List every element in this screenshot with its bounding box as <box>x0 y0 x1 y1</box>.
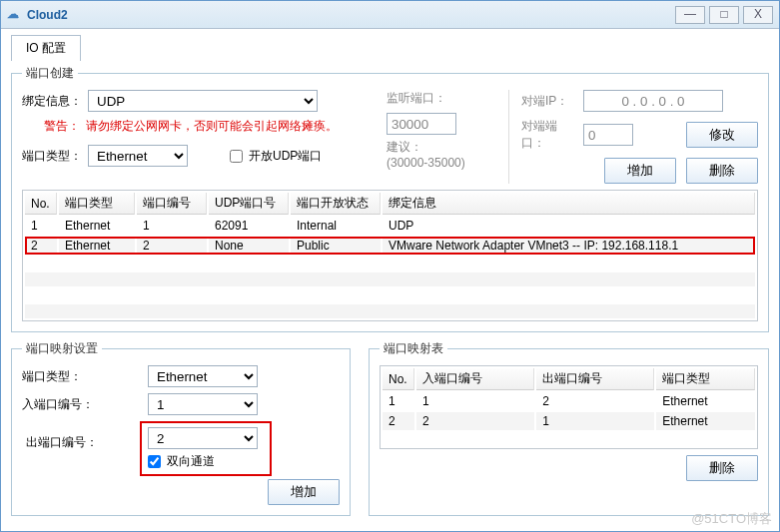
tab-io-config[interactable]: IO 配置 <box>11 35 81 61</box>
table-row[interactable]: 2 Ethernet 2 None Public VMware Network … <box>25 237 755 255</box>
map-set-legend: 端口映射设置 <box>22 340 102 357</box>
mcol-no: No. <box>383 368 414 390</box>
map-in-label: 入端口编号： <box>22 396 142 413</box>
col-bind: 绑定信息 <box>383 193 755 215</box>
map-out-label: 出端口编号： <box>26 434 136 451</box>
app-icon: ☁ <box>7 7 23 23</box>
map-type-select[interactable]: Ethernet <box>148 365 258 387</box>
port-table[interactable]: No. 端口类型 端口编号 UDP端口号 端口开放状态 绑定信息 1 Ether… <box>22 190 758 321</box>
add-port-button[interactable]: 增加 <box>604 158 676 184</box>
suggest-range: (30000-35000) <box>387 156 465 170</box>
map-table[interactable]: No. 入端口编号 出端口编号 端口类型 1 1 2 Ethernet <box>380 365 758 449</box>
map-table-legend: 端口映射表 <box>380 340 447 357</box>
minimize-button[interactable]: — <box>675 6 705 24</box>
suggest-label: 建议： <box>387 140 422 154</box>
map-in-select[interactable]: 1 <box>148 393 258 415</box>
table-row[interactable]: 1 1 2 Ethernet <box>383 392 755 410</box>
watermark: @51CTO博客 <box>691 510 772 528</box>
map-delete-button[interactable]: 删除 <box>686 455 758 481</box>
peer-port-input[interactable] <box>583 124 633 146</box>
peer-port-label: 对端端口： <box>521 118 577 152</box>
close-button[interactable]: X <box>743 6 773 24</box>
port-map-table-group: 端口映射表 No. 入端口编号 出端口编号 端口类型 1 1 2 Etherne… <box>369 340 769 516</box>
warn-text: 请勿绑定公网网卡，否则可能会引起网络瘫痪。 <box>86 118 338 135</box>
col-no: No. <box>25 193 57 215</box>
map-add-button[interactable]: 增加 <box>268 479 340 505</box>
maximize-button[interactable]: □ <box>709 6 739 24</box>
delete-port-button[interactable]: 删除 <box>686 158 758 184</box>
table-row[interactable]: 1 Ethernet 1 62091 Internal UDP <box>25 217 755 235</box>
modify-button[interactable]: 修改 <box>686 122 758 148</box>
port-create-legend: 端口创建 <box>22 65 78 82</box>
table-row[interactable]: 2 2 1 Ethernet <box>383 412 755 430</box>
peer-ip-label: 对端IP： <box>521 93 577 110</box>
col-open: 端口开放状态 <box>291 193 381 215</box>
map-out-select[interactable]: 2 <box>148 427 258 449</box>
open-udp-label: 开放UDP端口 <box>249 148 322 165</box>
bidir-checkbox[interactable] <box>148 455 161 468</box>
mcol-in: 入端口编号 <box>416 368 534 390</box>
tab-strip: IO 配置 <box>11 35 769 61</box>
warn-label: 警告： <box>22 118 80 135</box>
col-type: 端口类型 <box>59 193 135 215</box>
port-create-group: 端口创建 绑定信息： UDP 警告： 请勿绑定公网网卡，否则可能会引起网络瘫痪。… <box>11 65 769 332</box>
port-type-select[interactable]: Ethernet <box>88 145 188 167</box>
port-map-settings-group: 端口映射设置 端口类型： Ethernet 入端口编号： 1 2 双向通道 <box>11 340 351 516</box>
listen-port-label: 监听端口： <box>387 90 446 107</box>
open-udp-checkbox[interactable] <box>230 150 243 163</box>
mcol-type: 端口类型 <box>656 368 755 390</box>
bidir-label: 双向通道 <box>167 453 215 470</box>
mcol-out: 出端口编号 <box>536 368 654 390</box>
map-type-label: 端口类型： <box>22 368 142 385</box>
listen-port-input[interactable] <box>387 113 456 135</box>
col-num: 端口编号 <box>137 193 207 215</box>
bind-info-label: 绑定信息： <box>22 93 82 110</box>
bind-info-select[interactable]: UDP <box>88 90 318 112</box>
port-type-label: 端口类型： <box>22 148 82 165</box>
peer-ip-input[interactable] <box>583 90 723 112</box>
col-udp: UDP端口号 <box>209 193 289 215</box>
window-title: Cloud2 <box>27 8 671 22</box>
titlebar: ☁ Cloud2 — □ X <box>1 1 779 29</box>
